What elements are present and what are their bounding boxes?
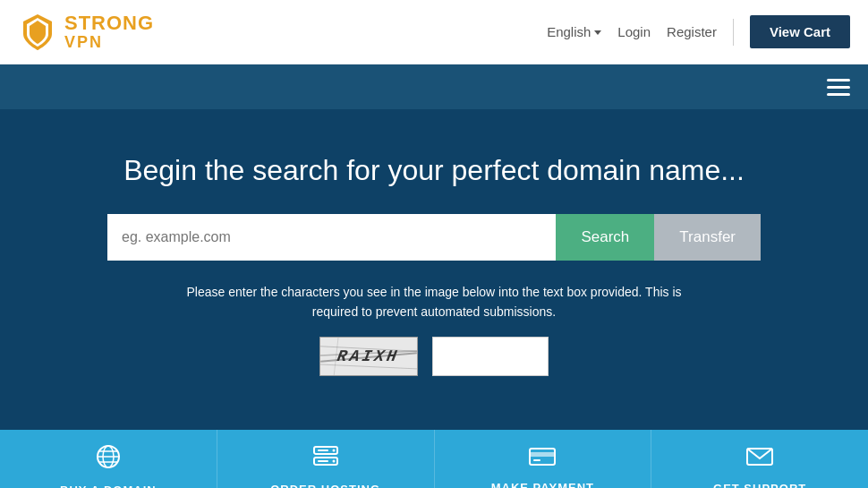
hamburger-line-3 [827, 93, 850, 96]
captcha-image: RAIXH [319, 337, 418, 376]
order-hosting-item[interactable]: ORDER HOSTING [217, 430, 435, 488]
hero-section: Begin the search for your perfect domain… [0, 109, 868, 430]
captcha-message-line1: Please enter the characters you see in t… [186, 285, 681, 299]
view-cart-button[interactable]: View Cart [750, 15, 850, 48]
make-payment-item[interactable]: MAKE PAYMENT [435, 430, 652, 488]
transfer-button[interactable]: Transfer [654, 214, 761, 261]
server-icon [312, 444, 339, 475]
nav-bar [0, 64, 868, 109]
svg-rect-16 [533, 459, 540, 461]
buy-domain-label: BUY A DOMAIN [60, 484, 157, 488]
hamburger-menu[interactable] [827, 79, 850, 96]
hero-title: Begin the search for your perfect domain… [18, 154, 850, 187]
svg-rect-15 [530, 452, 555, 457]
login-link[interactable]: Login [617, 24, 651, 39]
captcha-input[interactable] [432, 337, 549, 376]
header: STRONG VPN English Login Register View C… [0, 0, 868, 64]
register-link[interactable]: Register [667, 24, 717, 39]
bottom-bar: BUY A DOMAIN ORDER HOSTING MAKE PAYMENT [0, 430, 868, 488]
search-button[interactable]: Search [556, 214, 654, 261]
language-selector[interactable]: English [547, 24, 601, 39]
captcha-message: Please enter the characters you see in t… [18, 282, 850, 322]
globe-icon [95, 443, 122, 476]
nav-divider [733, 19, 734, 46]
get-support-item[interactable]: GET SUPPORT [651, 430, 868, 488]
payment-icon [528, 446, 557, 474]
header-nav: English Login Register View Cart [547, 15, 850, 48]
make-payment-label: MAKE PAYMENT [491, 481, 594, 488]
captcha-section: Please enter the characters you see in t… [18, 282, 850, 376]
language-label: English [547, 24, 591, 39]
strongvpn-logo-icon [18, 13, 57, 52]
captcha-message-line2: required to prevent automated submission… [312, 304, 556, 319]
buy-domain-item[interactable]: BUY A DOMAIN [0, 430, 217, 488]
hamburger-line-2 [827, 86, 850, 89]
captcha-text-display: RAIXH [336, 347, 402, 365]
get-support-label: GET SUPPORT [713, 482, 806, 488]
chevron-down-icon [594, 30, 601, 35]
order-hosting-label: ORDER HOSTING [270, 483, 380, 488]
captcha-row: RAIXH [18, 337, 850, 376]
svg-rect-13 [318, 460, 328, 462]
domain-search-input[interactable] [107, 214, 556, 261]
logo: STRONG VPN [18, 13, 154, 52]
domain-search-bar: Search Transfer [107, 214, 761, 261]
svg-rect-12 [318, 449, 328, 451]
logo-text: STRONG VPN [64, 13, 154, 52]
svg-point-11 [332, 459, 335, 462]
logo-vpn-text: VPN [64, 34, 154, 52]
logo-strong-text: STRONG [64, 13, 154, 34]
mail-icon [745, 445, 774, 475]
hamburger-line-1 [827, 79, 850, 81]
svg-point-10 [332, 449, 335, 451]
